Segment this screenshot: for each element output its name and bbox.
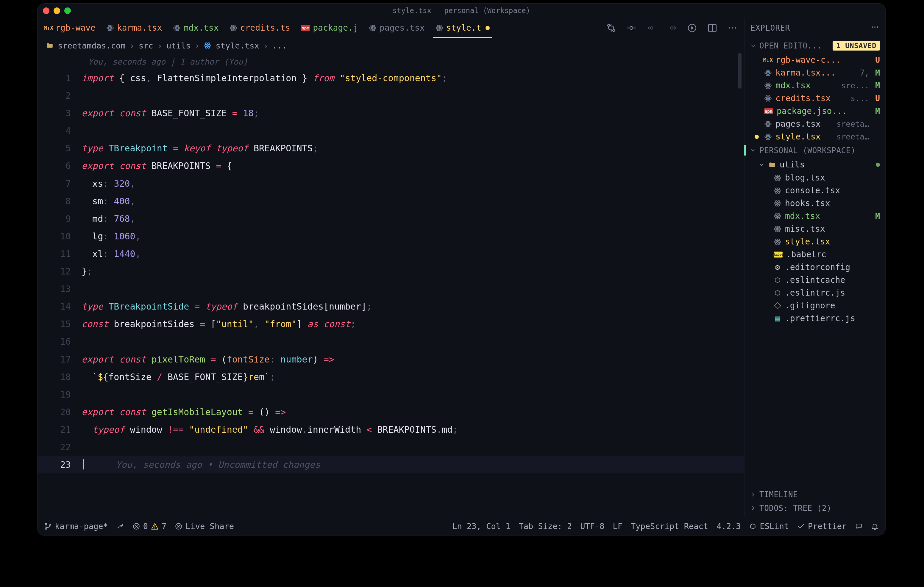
open-editor-item[interactable]: credits.tsxs...U <box>744 92 885 105</box>
tab-size-status[interactable]: Tab Size: 2 <box>518 521 572 531</box>
code-line[interactable]: 17export const pixelToRem = (fontSize: n… <box>38 350 744 368</box>
code-line[interactable]: 9 md: 768, <box>38 210 744 227</box>
sync-status[interactable] <box>116 523 124 530</box>
editor-tab-pkg[interactable]: npmpackage.j <box>295 18 363 38</box>
react-file-icon <box>436 24 443 32</box>
code-line[interactable]: 5type TBreakpoint = keyof typeof BREAKPO… <box>38 140 744 157</box>
cursor-position-status[interactable]: Ln 23, Col 1 <box>452 521 510 531</box>
line-number: 1 <box>38 69 82 87</box>
folder-utils[interactable]: utils <box>744 158 885 171</box>
file-tree-item[interactable]: style.tsx <box>744 235 885 248</box>
file-tree-item[interactable]: misc.tsx <box>744 222 885 235</box>
open-editor-item[interactable]: pages.tsxsreeta... <box>744 117 885 130</box>
timeline-header[interactable]: TIMELINE <box>744 488 885 501</box>
code-line[interactable]: 20export const getIsMobileLayout = () => <box>38 403 744 421</box>
minimize-window-button[interactable] <box>54 7 60 14</box>
line-number: 16 <box>38 333 82 350</box>
crumb-project[interactable]: sreetamdas.com <box>58 41 125 50</box>
prettier-status[interactable]: Prettier <box>797 521 846 531</box>
code-line[interactable]: 12}; <box>38 263 744 280</box>
git-compare-icon[interactable] <box>606 23 616 33</box>
code-line[interactable]: 4 <box>38 122 744 140</box>
file-tree-item[interactable]: .gitignore <box>744 299 885 312</box>
maximize-window-button[interactable] <box>64 7 71 14</box>
file-tree-item[interactable]: ⚙︎.editorconfig <box>744 261 885 274</box>
split-editor-icon[interactable] <box>707 23 718 33</box>
code-line[interactable]: 6export const BREAKPOINTS = { <box>38 157 744 174</box>
editor-tab-style[interactable]: style.t <box>430 18 495 38</box>
code-line[interactable]: 7 xs: 320, <box>38 175 744 192</box>
crumb-symbol[interactable]: ... <box>272 41 287 50</box>
code-line[interactable]: 23 You, seconds ago • Uncommitted change… <box>38 456 744 474</box>
file-tree-item[interactable]: .eslintcache <box>744 274 885 286</box>
tab-label: karma.tsx <box>117 23 162 33</box>
open-editor-item[interactable]: style.tsxsreetamd... <box>744 130 885 143</box>
code-line[interactable]: 16 <box>38 333 744 350</box>
file-tree-item[interactable]: mdx.tsxM <box>744 210 885 222</box>
crumb-src[interactable]: src <box>139 41 153 50</box>
editor-tab-mdxts[interactable]: mdx.tsx <box>168 18 224 38</box>
eslint-status[interactable]: ESLint <box>749 521 789 531</box>
ts-version-status[interactable]: 4.2.3 <box>716 521 741 531</box>
open-editor-path: sre... <box>841 81 869 90</box>
file-tree-item[interactable]: console.tsx <box>744 184 885 197</box>
workspace-header[interactable]: PERSONAL (WORKSPACE) <box>744 143 885 158</box>
close-window-button[interactable] <box>43 7 50 14</box>
file-tree-item[interactable]: hooks.tsx <box>744 197 885 210</box>
svg-point-41 <box>767 85 769 86</box>
file-tree-item[interactable]: Babel.babelrc <box>744 248 885 261</box>
gitlens-inline-blame: You, seconds ago • Uncommitted changes <box>84 459 320 470</box>
code-line[interactable]: 15const breakpointSides = ["until", "fro… <box>38 315 744 333</box>
code-line[interactable]: 18 `${fontSize / BASE_FONT_SIZE}rem`; <box>38 368 744 386</box>
open-editor-item[interactable]: karma.tsx...7,M <box>744 66 885 79</box>
open-editor-item[interactable]: mdx.tsxsre...M <box>744 79 885 92</box>
editor-tab-credits[interactable]: credits.ts <box>224 18 296 38</box>
explorer-more-icon[interactable] <box>870 23 879 33</box>
todos-header[interactable]: TODOS: TREE (2) <box>744 501 885 515</box>
code-line[interactable]: 19 <box>38 386 744 403</box>
open-editor-item[interactable]: npmpackage.jso...M <box>744 105 885 117</box>
breadcrumb[interactable]: sreetamdas.com › src › utils › style.tsx… <box>38 38 744 53</box>
crumb-utils[interactable]: utils <box>167 41 190 50</box>
code-line[interactable]: 2 <box>38 87 744 104</box>
file-tree-item[interactable]: .eslintrc.js <box>744 286 885 299</box>
code-line[interactable]: 3export const BASE_FONT_SIZE = 18; <box>38 104 744 122</box>
editor-tab-rgb[interactable]: M↓Xrgb-wave <box>39 18 101 38</box>
bell-icon[interactable] <box>871 523 879 530</box>
code-line[interactable]: 22 <box>38 438 744 456</box>
react-file-icon <box>774 212 781 220</box>
undo-icon[interactable] <box>647 23 657 33</box>
file-status-badge: U <box>873 94 880 103</box>
redo-icon[interactable] <box>667 23 677 33</box>
code-line[interactable]: 11 xl: 1440, <box>38 245 744 263</box>
git-branch-status[interactable]: karma-page* <box>44 521 108 531</box>
file-tree-item[interactable]: ▤.prettierrc.js <box>744 312 885 325</box>
language-status[interactable]: TypeScript React <box>631 521 708 531</box>
code-line[interactable]: 10 lg: 1060, <box>38 227 744 245</box>
react-file-icon <box>774 238 781 246</box>
editor-tab-pages[interactable]: pages.tsx <box>363 18 430 38</box>
editor-scrollbar[interactable] <box>738 53 741 517</box>
git-commit-icon[interactable] <box>626 23 637 33</box>
editor-tab-karma[interactable]: karma.tsx <box>101 18 168 38</box>
more-actions-icon[interactable] <box>728 23 738 33</box>
code-line[interactable]: 8 sm: 400, <box>38 192 744 210</box>
open-editors-header[interactable]: OPEN EDITO... 1 UNSAVED <box>744 38 885 54</box>
code-line[interactable]: 14type TBreakpointSide = typeof breakpoi… <box>38 298 744 315</box>
problems-status[interactable]: 0 7 <box>132 521 167 531</box>
code-line[interactable]: 21 typeof window !== "undefined" && wind… <box>38 421 744 438</box>
editorconfig-file-icon: ⚙︎ <box>774 263 781 271</box>
open-editor-item[interactable]: M↓Xrgb-wave-c...U <box>744 54 885 66</box>
file-name: misc.tsx <box>785 224 880 234</box>
crumb-file[interactable]: style.tsx <box>216 41 259 50</box>
run-icon[interactable] <box>687 23 697 33</box>
editor[interactable]: You, seconds ago | 1 author (You) 1impor… <box>38 53 744 517</box>
svg-point-16 <box>439 27 440 28</box>
encoding-status[interactable]: UTF-8 <box>580 521 604 531</box>
eol-status[interactable]: LF <box>613 521 623 531</box>
code-line[interactable]: 1import { css, FlattenSimpleInterpolatio… <box>38 69 744 87</box>
liveshare-status[interactable]: Live Share <box>175 521 234 531</box>
file-tree-item[interactable]: blog.tsx <box>744 171 885 184</box>
code-line[interactable]: 13 <box>38 280 744 298</box>
feedback-icon[interactable] <box>855 523 863 530</box>
